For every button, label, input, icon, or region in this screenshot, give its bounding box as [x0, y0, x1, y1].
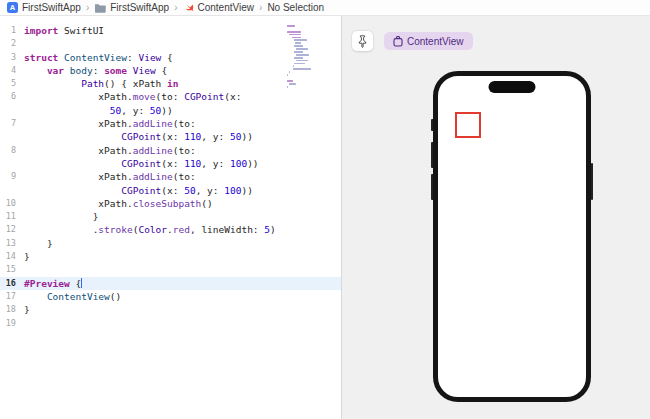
code-line[interactable]: 9 xPath.addLine(to: [0, 170, 341, 183]
code-line[interactable]: 13 } [0, 237, 341, 250]
minimap-line [289, 34, 301, 36]
minimap-line [296, 54, 309, 56]
minimap-line [294, 39, 308, 41]
code-line[interactable]: CGPoint(x: 50, y: 100)) [0, 184, 341, 197]
minimap-line [287, 77, 315, 79]
breadcrumb-separator-icon: › [259, 2, 262, 13]
code-text: import SwiftUI [24, 24, 104, 37]
line-number[interactable] [0, 104, 16, 117]
code-text: xPath.move(to: CGPoint(x: [24, 90, 241, 103]
line-number[interactable]: 17 [0, 290, 16, 303]
code-text: 50, y: 50)) [24, 104, 173, 117]
red-square-shape [455, 112, 481, 138]
minimap-line [294, 51, 303, 53]
line-number[interactable]: 11 [0, 210, 16, 223]
minimap-line [296, 60, 309, 62]
code-text: #Preview { [24, 277, 82, 290]
minimap-line [287, 89, 315, 91]
line-number[interactable]: 18 [0, 303, 16, 316]
code-text: xPath.addLine(to: [24, 144, 196, 157]
code-text: } [24, 303, 30, 316]
app-icon: A [7, 2, 18, 13]
jump-bar: AFirstSwiftApp›FirstSwiftApp›ContentView… [0, 0, 650, 16]
line-number[interactable]: 15 [0, 263, 16, 276]
minimap[interactable] [287, 25, 315, 91]
breadcrumb-label: No Selection [267, 2, 324, 13]
code-line[interactable]: 6 xPath.move(to: CGPoint(x: [0, 90, 341, 103]
code-text: } [24, 210, 98, 223]
dynamic-island [489, 81, 536, 93]
text-cursor [81, 278, 82, 288]
code-line[interactable]: CGPoint(x: 110, y: 50)) [0, 130, 341, 143]
code-line[interactable]: 17 ContentView() [0, 290, 341, 303]
line-number[interactable] [0, 157, 16, 170]
line-number[interactable]: 5 [0, 77, 16, 90]
line-number[interactable]: 8 [0, 144, 16, 157]
code-text: } [24, 250, 30, 263]
line-number[interactable]: 7 [0, 117, 16, 130]
code-line[interactable]: 18} [0, 303, 341, 316]
code-text: xPath.closeSubpath() [24, 197, 213, 210]
minimap-line [287, 28, 315, 30]
code-line[interactable]: 8 xPath.addLine(to: [0, 144, 341, 157]
minimap-line [294, 63, 305, 65]
line-number[interactable]: 3 [0, 51, 16, 64]
line-number[interactable] [0, 130, 16, 143]
minimap-line [289, 71, 290, 73]
minimap-line [289, 83, 296, 85]
line-number[interactable]: 10 [0, 197, 16, 210]
code-text: } [24, 237, 53, 250]
code-text: CGPoint(x: 110, y: 50)) [24, 130, 253, 143]
breadcrumb-label: ContentView [198, 2, 255, 13]
minimap-line [294, 45, 303, 47]
line-number[interactable]: 14 [0, 250, 16, 263]
line-number[interactable]: 19 [0, 317, 16, 330]
code-text: xPath.addLine(to: [24, 170, 196, 183]
minimap-line [287, 74, 288, 76]
code-line[interactable]: 19 [0, 317, 341, 330]
breadcrumb-item-no-selection[interactable]: No Selection [267, 2, 324, 13]
code-text: .stroke(Color.red, lineWidth: 5) [24, 223, 276, 236]
line-number[interactable]: 1 [0, 24, 16, 37]
code-text: var body: some View { [24, 64, 167, 77]
minimap-line [287, 86, 288, 88]
code-editor[interactable]: 1import SwiftUI23struct ContentView: Vie… [0, 16, 342, 419]
line-number[interactable]: 4 [0, 64, 16, 77]
code-line[interactable]: 7 xPath.addLine(to: [0, 117, 341, 130]
phone-screen[interactable] [438, 76, 586, 397]
line-number[interactable]: 13 [0, 237, 16, 250]
pin-icon [357, 35, 368, 48]
code-line[interactable]: 11 } [0, 210, 341, 223]
folder-icon [94, 3, 106, 13]
pin-preview-button[interactable] [352, 31, 373, 51]
line-number[interactable] [0, 184, 16, 197]
code-line[interactable]: CGPoint(x: 110, y: 100)) [0, 157, 341, 170]
line-number[interactable]: 6 [0, 90, 16, 103]
breadcrumb-label: FirstSwiftApp [22, 2, 81, 13]
breadcrumb-item-firstswiftapp[interactable]: AFirstSwiftApp [7, 2, 81, 13]
line-number[interactable]: 16 [0, 277, 16, 290]
app-preview-icon [393, 36, 403, 47]
minimap-line [296, 48, 309, 50]
preview-tab-contentview[interactable]: ContentView [384, 32, 473, 50]
breadcrumb-item-contentview[interactable]: ContentView [183, 2, 255, 13]
minimap-line [293, 68, 311, 70]
code-line[interactable]: 15 [0, 263, 341, 276]
line-number[interactable]: 12 [0, 223, 16, 236]
code-text: xPath.addLine(to: [24, 117, 196, 130]
code-line[interactable]: 50, y: 50)) [0, 104, 341, 117]
code-line[interactable]: 10 xPath.closeSubpath() [0, 197, 341, 210]
code-text: CGPoint(x: 110, y: 100)) [24, 157, 259, 170]
swift-icon [183, 2, 194, 13]
code-line[interactable]: 16#Preview { [0, 277, 341, 290]
code-line[interactable]: 14} [0, 250, 341, 263]
line-number[interactable]: 2 [0, 37, 16, 50]
minimap-line [287, 31, 301, 33]
breadcrumb-item-firstswiftapp[interactable]: FirstSwiftApp [94, 2, 169, 13]
line-number[interactable]: 9 [0, 170, 16, 183]
iphone-preview [433, 71, 591, 402]
code-line[interactable]: 12 .stroke(Color.red, lineWidth: 5) [0, 223, 341, 236]
code-text: CGPoint(x: 50, y: 100)) [24, 184, 253, 197]
minimap-line [294, 57, 303, 59]
breadcrumb-separator-icon: › [86, 2, 89, 13]
